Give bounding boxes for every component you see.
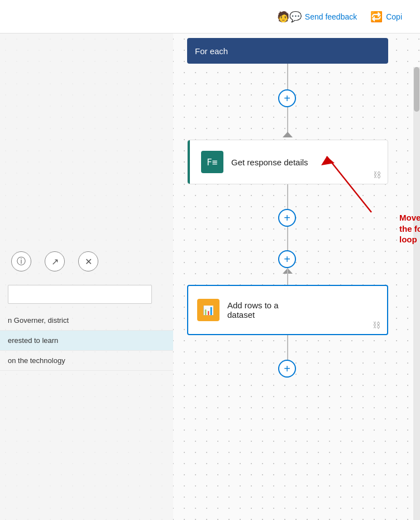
annotation-text: Move it within the for each loop [399, 212, 420, 245]
left-panel [0, 34, 173, 520]
close-icon: ✕ [85, 256, 92, 267]
add-rows-title-wrapper: Add rows to a dataset [227, 300, 279, 319]
add-step-button-4[interactable]: + [278, 360, 296, 378]
send-feedback-label: Send feedback [305, 12, 357, 21]
flow-area: For each + F≡ Get response details ⛓ [165, 34, 405, 520]
svg-marker-0 [283, 132, 293, 137]
for-each-label: For each [195, 46, 228, 56]
plus-icon-4: + [284, 362, 290, 375]
connector-line-3 [287, 184, 288, 212]
scrollbar-thumb[interactable] [414, 67, 419, 112]
link-icon-2: ⛓ [373, 321, 380, 330]
add-rows-line2: dataset [227, 310, 279, 319]
connector-line-5 [287, 268, 288, 285]
get-response-icon-wrapper: F≡ [201, 151, 223, 173]
copi-label: Copi [386, 12, 402, 21]
svg-text:📊: 📊 [203, 305, 214, 316]
info-button[interactable]: ⓘ [11, 251, 31, 271]
top-bar: 🧑‍💬 Send feedback 🔁 Copi [0, 0, 420, 34]
scrollbar[interactable] [413, 67, 420, 520]
connector-line-1 [287, 64, 288, 93]
list-item-text: erested to learn [8, 336, 58, 345]
plus-icon-1: + [284, 92, 290, 105]
panel-controls: ⓘ ↗ ✕ [11, 251, 98, 271]
expand-button[interactable]: ↗ [45, 251, 65, 271]
send-feedback-button[interactable]: 🧑‍💬 Send feedback [270, 7, 364, 26]
add-step-button-1[interactable]: + [278, 89, 296, 107]
list-item[interactable]: on the technology [0, 351, 173, 371]
add-step-button-3[interactable]: + [278, 250, 296, 268]
copi-icon: 🔁 [370, 11, 383, 23]
info-icon: ⓘ [17, 256, 26, 268]
expand-icon: ↗ [51, 256, 59, 267]
plus-icon-3: + [284, 253, 290, 266]
add-rows-icon: 📊 [201, 302, 216, 318]
connector-line-2 [287, 107, 288, 135]
get-response-title: Get response details [231, 158, 308, 167]
connector-line-6 [287, 335, 288, 363]
close-button[interactable]: ✕ [78, 251, 98, 271]
svg-line-6 [327, 156, 371, 212]
list-item[interactable]: n Governer, district [0, 311, 173, 331]
annotation-arrow [310, 151, 388, 223]
list-item[interactable]: erested to learn [0, 331, 173, 351]
get-response-icon: F≡ [204, 154, 220, 170]
list-item-text: n Governer, district [8, 316, 69, 325]
add-rows-line1: Add rows to a [227, 300, 279, 310]
add-step-button-2[interactable]: + [278, 209, 296, 227]
for-each-block[interactable]: For each [187, 38, 388, 64]
copi-button[interactable]: 🔁 Copi [364, 7, 409, 26]
panel-search-input[interactable] [8, 285, 152, 304]
add-rows-card[interactable]: 📊 Add rows to a dataset ⛓ [187, 285, 388, 335]
plus-icon-2: + [284, 212, 290, 225]
send-feedback-icon: 🧑‍💬 [277, 11, 302, 23]
panel-list: n Governer, district erested to learn on… [0, 311, 173, 371]
svg-text:F≡: F≡ [207, 157, 217, 168]
list-item-text: on the technology [8, 356, 65, 365]
flow-canvas: ⓘ ↗ ✕ n Governer, district erested to le… [0, 34, 420, 520]
add-rows-icon-wrapper: 📊 [197, 299, 219, 321]
card-accent [188, 140, 190, 184]
